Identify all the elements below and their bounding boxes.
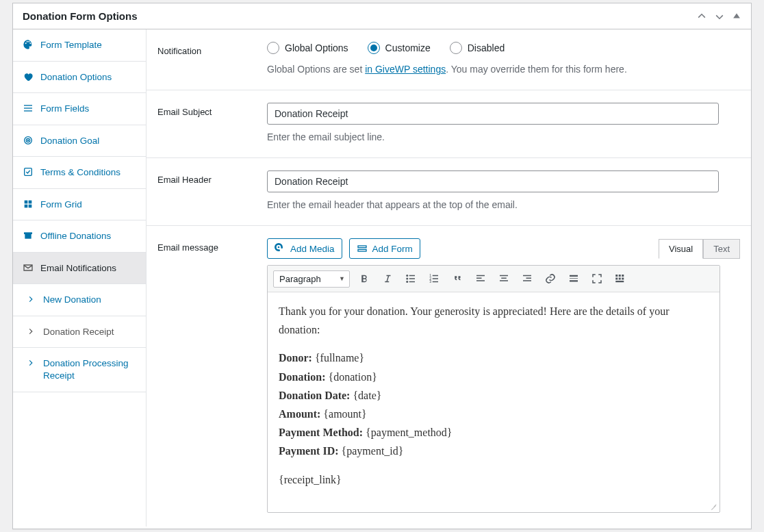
svg-rect-30 [476,278,482,279]
fullscreen-icon[interactable] [588,270,606,288]
notification-help: Global Options are set in GiveWP setting… [267,64,740,75]
svg-rect-37 [523,280,531,281]
svg-rect-10 [25,204,28,207]
email-message-row: Email message Add Media Add Form Visual [147,226,751,527]
intro-text: Thank you for your donation. Your genero… [279,302,709,339]
svg-rect-47 [615,281,624,282]
email-header-row: Email Header Enter the email header that… [147,158,751,226]
link-icon[interactable] [542,270,559,288]
svg-rect-7 [25,168,32,176]
svg-rect-28 [433,281,438,283]
panel-controls [696,11,741,22]
radio-icon [450,42,462,54]
radio-disabled[interactable]: Disabled [450,42,505,54]
svg-rect-39 [570,278,578,279]
radio-global-options[interactable]: Global Options [267,42,348,54]
align-right-icon[interactable] [518,270,536,288]
svg-rect-41 [615,275,617,277]
svg-text:3: 3 [429,279,431,283]
email-header-input[interactable] [267,170,719,192]
tab-visual[interactable]: Visual [659,239,703,259]
format-select[interactable]: Paragraph [273,270,350,288]
bold-icon[interactable] [355,270,373,288]
svg-rect-15 [358,246,366,248]
notification-label: Notification [157,42,260,75]
tab-text[interactable]: Text [703,239,740,259]
radio-icon [368,42,380,54]
align-center-icon[interactable] [495,270,513,288]
grid-icon [23,199,34,210]
svg-rect-12 [24,233,32,235]
add-form-button[interactable]: Add Form [349,238,420,259]
main-content: Notification Global Options Customize [147,29,751,527]
svg-point-19 [406,278,408,280]
sidebar-item-form-grid[interactable]: Form Grid [13,189,146,221]
bullet-list-icon[interactable] [402,270,420,288]
svg-rect-35 [523,275,531,277]
sidebar-item-label: Form Grid [40,199,82,211]
svg-rect-11 [29,204,32,207]
editor-content[interactable]: Thank you for your donation. Your genero… [268,292,720,512]
email-subject-input[interactable] [267,103,719,125]
sidebar-item-form-template[interactable]: Form Template [13,29,146,62]
sidebar-item-label: Terms & Conditions [40,166,120,179]
move-up-icon[interactable] [696,11,707,22]
radio-icon [267,42,279,54]
heart-icon [23,71,34,82]
editor-box: Paragraph 123 [267,265,720,513]
sidebar-item-label: Donation Receipt [43,327,114,337]
email-message-label: Email message [157,238,260,513]
email-subject-help: Enter the email subject line. [267,131,740,142]
radio-label: Customize [385,42,431,53]
sidebar-item-label: Form Template [40,39,102,51]
svg-rect-43 [622,275,624,277]
sidebar-item-label: Donation Processing Receipt [43,358,129,381]
svg-rect-42 [619,275,621,277]
sidebar-item-new-donation[interactable]: New Donation [13,284,146,316]
sidebar-item-terms[interactable]: Terms & Conditions [13,157,146,189]
svg-rect-34 [500,280,508,281]
media-icon [275,243,285,254]
svg-marker-0 [733,13,740,18]
italic-icon[interactable] [379,270,396,288]
radio-customize[interactable]: Customize [368,42,431,54]
read-more-icon[interactable] [565,270,583,288]
check-square-icon [23,166,34,177]
resize-handle-icon[interactable] [709,501,717,509]
move-down-icon[interactable] [714,11,725,22]
sidebar-item-donation-goal[interactable]: Donation Goal [13,125,146,157]
sidebar-item-donation-processing-receipt[interactable]: Donation Processing Receipt [13,348,146,392]
add-media-button[interactable]: Add Media [267,238,342,259]
editor-tabs: Visual Text [659,239,740,259]
svg-point-21 [406,281,408,283]
svg-rect-20 [409,278,415,279]
sidebar-item-offline-donations[interactable]: Offline Donations [13,220,146,253]
toolbar-toggle-icon[interactable] [611,270,629,288]
sidebar-item-label: Donation Options [40,71,112,84]
svg-rect-2 [24,107,32,108]
sidebar-item-donation-receipt[interactable]: Donation Receipt [13,316,146,349]
toggle-panel-icon[interactable] [732,11,741,22]
svg-rect-9 [29,200,32,203]
svg-rect-8 [25,200,28,203]
svg-point-14 [278,246,280,249]
sidebar-item-label: Offline Donations [40,230,111,242]
chevron-right-icon [25,294,36,305]
sidebar: Form Template Donation Options Form Fiel… [13,29,147,527]
blockquote-icon[interactable] [448,270,466,288]
radio-label: Disabled [468,42,505,53]
svg-point-6 [27,140,28,140]
panel-title: Donation Form Options [23,10,137,22]
sidebar-item-form-fields[interactable]: Form Fields [13,93,146,125]
chevron-right-icon [25,357,36,368]
numbered-list-icon[interactable]: 123 [425,270,443,288]
notification-radio-group: Global Options Customize Disabled [267,42,740,54]
svg-rect-16 [358,249,366,251]
sidebar-item-donation-options[interactable]: Donation Options [13,62,146,94]
align-left-icon[interactable] [472,270,489,288]
svg-rect-29 [476,275,485,277]
sidebar-item-email-notifications[interactable]: Email Notifications [13,253,146,285]
givewp-settings-link[interactable]: in GiveWP settings [365,64,446,75]
svg-rect-45 [619,278,621,280]
sidebar-item-label: Donation Goal [40,135,99,147]
